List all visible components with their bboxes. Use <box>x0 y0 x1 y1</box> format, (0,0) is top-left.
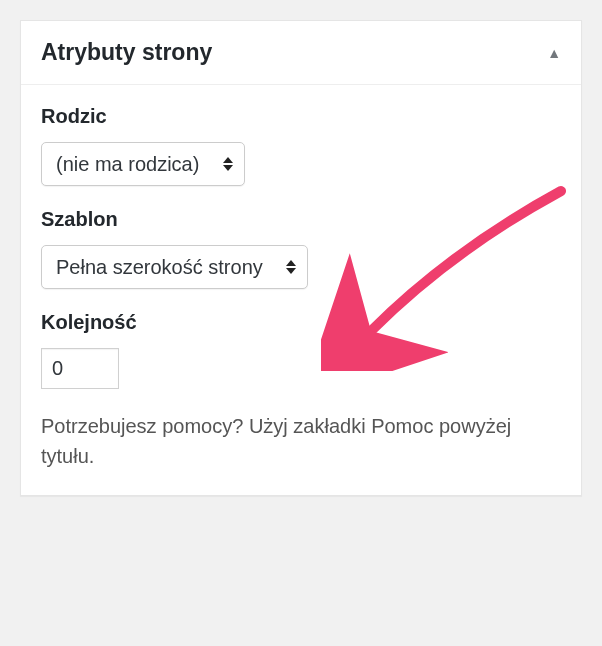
template-select[interactable]: Pełna szerokość strony <box>41 245 308 289</box>
template-select-wrap: Pełna szerokość strony <box>41 245 308 289</box>
panel-header[interactable]: Atrybuty strony ▲ <box>21 21 581 85</box>
template-field: Szablon Pełna szerokość strony <box>41 208 561 289</box>
help-text: Potrzebujesz pomocy? Użyj zakładki Pomoc… <box>41 411 561 471</box>
panel-body: Rodzic (nie ma rodzica) Szablon Pełna sz… <box>21 85 581 495</box>
parent-select-wrap: (nie ma rodzica) <box>41 142 245 186</box>
order-input[interactable] <box>41 348 119 389</box>
panel-title: Atrybuty strony <box>41 39 212 66</box>
template-label: Szablon <box>41 208 561 231</box>
parent-field: Rodzic (nie ma rodzica) <box>41 105 561 186</box>
collapse-icon: ▲ <box>547 45 561 61</box>
page-attributes-panel: Atrybuty strony ▲ Rodzic (nie ma rodzica… <box>20 20 582 496</box>
order-label: Kolejność <box>41 311 561 334</box>
parent-select[interactable]: (nie ma rodzica) <box>41 142 245 186</box>
order-field: Kolejność <box>41 311 561 389</box>
parent-label: Rodzic <box>41 105 561 128</box>
